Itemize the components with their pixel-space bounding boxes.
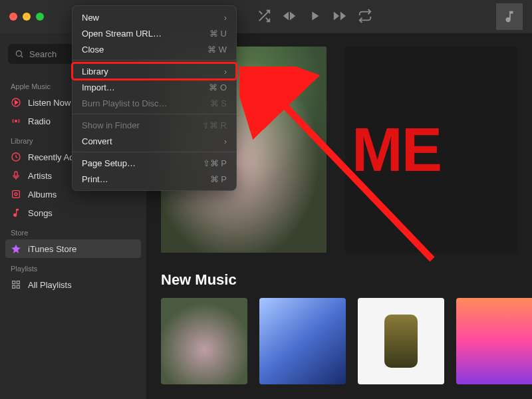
featured-album-2-title: ME bbox=[352, 115, 441, 185]
mic-icon bbox=[11, 170, 21, 181]
svg-rect-7 bbox=[13, 281, 15, 284]
minimize-window-button[interactable] bbox=[23, 13, 31, 21]
svg-rect-4 bbox=[15, 172, 17, 176]
menu-item-label: Show in Finder bbox=[82, 120, 140, 130]
sidebar-item-songs[interactable]: Songs bbox=[0, 203, 146, 222]
sidebar-item-label: iTunes Store bbox=[28, 244, 76, 254]
window-controls bbox=[9, 13, 44, 21]
sidebar-item-label: Artists bbox=[28, 171, 52, 181]
menu-item-convert[interactable]: Convert › bbox=[72, 133, 236, 149]
album-thumb-3[interactable] bbox=[358, 298, 444, 384]
sidebar-item-label: Songs bbox=[28, 208, 53, 218]
repeat-icon[interactable] bbox=[358, 9, 372, 25]
menu-item-library[interactable]: Library › bbox=[72, 63, 236, 79]
play-icon[interactable] bbox=[307, 9, 322, 25]
menu-separator bbox=[72, 60, 236, 61]
svg-rect-5 bbox=[13, 191, 20, 198]
play-circle-icon bbox=[11, 97, 21, 108]
menu-item-label: Open Stream URL… bbox=[82, 29, 162, 39]
menu-item-label: Burn Playlist to Disc… bbox=[82, 98, 168, 108]
next-track-icon[interactable] bbox=[332, 9, 347, 25]
menu-shortcut: ⌘ P bbox=[210, 174, 227, 184]
menu-item-import[interactable]: Import… ⌘ O bbox=[72, 79, 236, 95]
chevron-right-icon: › bbox=[224, 136, 227, 146]
music-note-icon bbox=[502, 9, 517, 24]
search-icon bbox=[15, 49, 24, 59]
chevron-right-icon: › bbox=[224, 66, 227, 76]
menu-shortcut: ⌘ S bbox=[210, 98, 227, 108]
menu-item-label: Page Setup… bbox=[82, 158, 136, 168]
menu-separator bbox=[72, 114, 236, 114]
menu-shortcut: ⌘ U bbox=[209, 29, 227, 39]
chevron-right-icon: › bbox=[224, 13, 227, 23]
menu-item-page-setup[interactable]: Page Setup… ⇧⌘ P bbox=[72, 155, 236, 171]
previous-track-icon[interactable] bbox=[282, 9, 297, 25]
menu-item-print[interactable]: Print… ⌘ P bbox=[72, 171, 236, 187]
featured-album-2[interactable]: ME bbox=[345, 47, 517, 253]
svg-rect-8 bbox=[17, 281, 19, 284]
search-placeholder: Search bbox=[29, 49, 57, 59]
menu-shortcut: ⌘ W bbox=[207, 45, 227, 55]
sidebar-item-label: All Playlists bbox=[28, 280, 72, 290]
section-title-new-music: New Music bbox=[161, 271, 517, 289]
sidebar-item-all-playlists[interactable]: All Playlists bbox=[0, 275, 146, 294]
sidebar-header-store: Store bbox=[0, 222, 146, 239]
menu-item-label: Close bbox=[82, 45, 104, 55]
fullscreen-window-button[interactable] bbox=[36, 13, 44, 21]
menu-item-label: Convert bbox=[82, 136, 112, 146]
clock-icon bbox=[11, 152, 21, 162]
now-playing-thumbnail[interactable] bbox=[496, 3, 523, 30]
close-window-button[interactable] bbox=[9, 13, 17, 21]
grid-icon bbox=[11, 279, 21, 290]
shuffle-icon[interactable] bbox=[257, 9, 271, 25]
sidebar-item-itunes-store[interactable]: iTunes Store bbox=[5, 239, 141, 258]
svg-point-6 bbox=[15, 193, 17, 196]
sidebar-item-label: Listen Now bbox=[28, 98, 70, 108]
music-note-icon bbox=[11, 207, 21, 218]
new-music-row bbox=[161, 298, 517, 384]
radio-icon bbox=[11, 116, 21, 126]
svg-point-0 bbox=[16, 51, 21, 56]
menu-item-show-in-finder: Show in Finder ⇧⌘ R bbox=[72, 117, 236, 133]
menu-separator bbox=[72, 152, 236, 152]
album-thumb-4[interactable] bbox=[456, 298, 532, 384]
album-icon bbox=[11, 189, 21, 200]
svg-point-2 bbox=[15, 120, 17, 122]
file-menu-dropdown: New › Open Stream URL… ⌘ U Close ⌘ W Lib… bbox=[72, 5, 237, 191]
menu-item-label: Import… bbox=[82, 82, 115, 92]
album-thumb-1[interactable] bbox=[161, 298, 247, 384]
playback-controls bbox=[257, 9, 372, 25]
svg-rect-9 bbox=[13, 285, 15, 288]
menu-shortcut: ⇧⌘ P bbox=[203, 158, 227, 168]
svg-rect-10 bbox=[17, 285, 19, 288]
menu-item-label: Print… bbox=[82, 174, 108, 184]
menu-item-new[interactable]: New › bbox=[72, 9, 236, 25]
menu-item-open-stream-url[interactable]: Open Stream URL… ⌘ U bbox=[72, 25, 236, 41]
album-thumb-2[interactable] bbox=[259, 298, 346, 384]
menu-item-close[interactable]: Close ⌘ W bbox=[72, 41, 236, 57]
star-icon bbox=[11, 243, 21, 254]
menu-item-burn-playlist: Burn Playlist to Disc… ⌘ S bbox=[72, 95, 236, 111]
sidebar-item-label: Radio bbox=[28, 116, 51, 126]
menu-item-label: Library bbox=[82, 66, 108, 76]
sidebar-item-label: Albums bbox=[28, 190, 57, 200]
sidebar-header-playlists: Playlists bbox=[0, 258, 146, 275]
menu-shortcut: ⌘ O bbox=[209, 82, 227, 92]
menu-shortcut: ⇧⌘ R bbox=[202, 120, 227, 130]
menu-item-label: New bbox=[82, 13, 99, 23]
